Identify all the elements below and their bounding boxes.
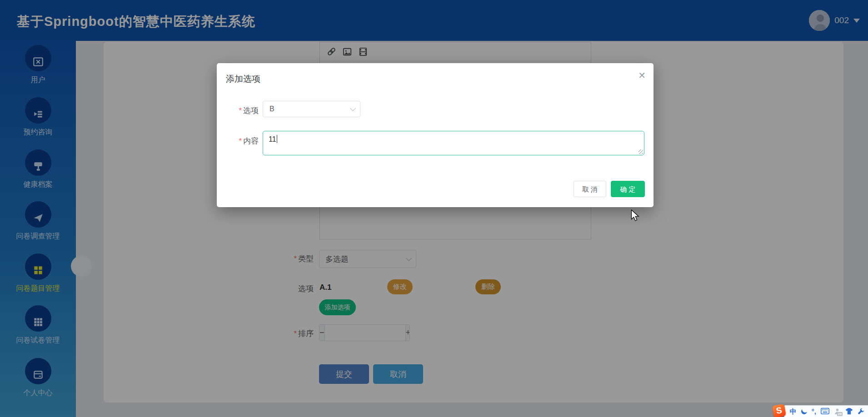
dialog-content-text: 11	[269, 135, 276, 143]
mouse-cursor	[631, 209, 640, 224]
dialog-option-label: *选项	[217, 105, 259, 116]
dialog-option-select-value: B	[269, 105, 274, 113]
dialog-confirm-button[interactable]: 确 定	[611, 181, 645, 197]
ime-wordcount-icon[interactable]: 20	[834, 408, 841, 415]
required-asterisk: *	[239, 106, 242, 115]
resize-grip[interactable]	[639, 149, 643, 154]
ime-skin-icon[interactable]	[845, 408, 853, 415]
ime-keyboard-icon[interactable]	[821, 408, 829, 414]
ime-punctuation-icon[interactable]: °,	[812, 408, 816, 415]
add-option-dialog: 添加选项 ✕ *选项 B *内容 11 取 消 确 定	[217, 63, 653, 207]
ime-tray: 中 °, 20	[784, 405, 868, 417]
ime-chinese-mode-icon[interactable]: 中	[790, 408, 797, 415]
ime-toolbar: S 中 °, 20	[773, 405, 868, 417]
dialog-cancel-button[interactable]: 取 消	[574, 181, 606, 197]
dialog-option-select[interactable]: B	[263, 101, 360, 117]
dialog-content-textarea[interactable]: 11	[263, 131, 644, 155]
text-caret	[277, 135, 277, 143]
ime-moon-icon[interactable]	[801, 408, 807, 414]
modal-backdrop[interactable]	[0, 0, 868, 417]
chevron-down-icon	[350, 105, 356, 111]
dialog-content-label: *内容	[217, 136, 259, 146]
required-asterisk: *	[239, 137, 242, 145]
close-icon[interactable]: ✕	[638, 71, 646, 80]
sogou-logo-icon[interactable]: S	[772, 404, 786, 417]
ime-settings-wrench-icon[interactable]	[858, 408, 864, 415]
app-window: 基于Springboot的智慧中医药养生系统 002 用户	[0, 0, 868, 417]
dialog-title: 添加选项	[226, 73, 260, 85]
